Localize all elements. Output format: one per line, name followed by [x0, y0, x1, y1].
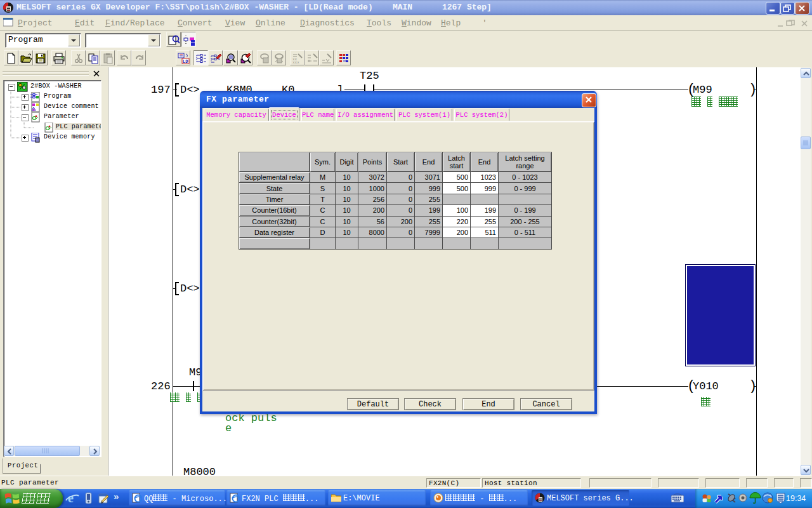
svg-text:xxx: xxx	[292, 60, 299, 64]
svg-text:LD: LD	[183, 59, 188, 64]
